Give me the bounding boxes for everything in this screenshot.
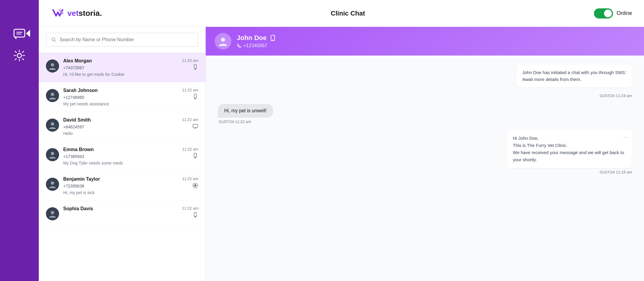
- avatar: [46, 119, 59, 132]
- system-message-timestamp: 01/07/24 11:19 am: [218, 93, 632, 98]
- svg-point-12: [195, 97, 196, 98]
- chat-info: Emma Brown 11:22 am +17385943 My Dog Tyl…: [63, 147, 198, 165]
- chat-name: Sophia Davis: [63, 206, 93, 211]
- outgoing-dots[interactable]: ···: [623, 134, 628, 140]
- online-toggle[interactable]: [594, 8, 613, 19]
- channel-icon: [192, 94, 198, 101]
- chat-header-avatar: [215, 33, 231, 50]
- logo-vet: vet: [67, 9, 79, 18]
- settings-nav-icon[interactable]: [13, 49, 26, 62]
- chat-header-phone: +12345667: [237, 43, 276, 48]
- svg-point-19: [51, 152, 54, 155]
- channel-icon: [192, 123, 198, 130]
- chat-time: 11:22 am: [182, 206, 198, 211]
- phone-number: +72395638: [63, 184, 84, 188]
- chat-info-top: David Smith 11:22 am: [63, 117, 198, 123]
- svg-point-3: [17, 53, 21, 58]
- chat-list-panel: Alex Morgan 11:22 am +74373567 Hi, I'd l…: [39, 27, 206, 281]
- chat-name: Emma Brown: [63, 147, 94, 152]
- header-title: Clinic Chat: [331, 10, 365, 17]
- chat-item-alex-morgan[interactable]: Alex Morgan 11:22 am +74373567 Hi, I'd l…: [39, 53, 205, 82]
- chat-info: Alex Morgan 11:22 am +74373567 Hi, I'd l…: [63, 58, 198, 77]
- svg-point-28: [195, 216, 196, 216]
- system-message-text: John Doe has initiated a chat with you t…: [522, 69, 626, 83]
- chat-phone: +17385943: [63, 153, 198, 160]
- toggle-slider[interactable]: [594, 8, 613, 19]
- chat-info-top: Sophia Davis 11:22 am: [63, 206, 198, 211]
- search-box: [46, 33, 198, 47]
- chat-item-david-smith[interactable]: David Smith 11:22 am +84624597 Hello: [39, 112, 205, 142]
- outgoing-message-text: Hi John Doe,This is The Furry Vet Clinic…: [513, 135, 626, 163]
- svg-point-10: [51, 93, 54, 96]
- svg-point-26: [51, 211, 54, 214]
- chat-header-info: John Doe +12345667: [237, 34, 276, 48]
- system-message: John Doe has initiated a chat with you t…: [516, 65, 632, 87]
- incoming-timestamp: 01/07/24 11:22 am: [218, 119, 251, 124]
- chat-item-sophia-davis[interactable]: Sophia Davis 11:22 am: [39, 201, 205, 226]
- chat-name: Alex Morgan: [63, 58, 92, 64]
- system-message-dots[interactable]: ···: [623, 69, 628, 75]
- logo: vetstoria.: [51, 7, 102, 19]
- chat-info-top: Alex Morgan 11:22 am: [63, 58, 198, 64]
- avatar: [46, 148, 59, 161]
- chat-phone: +84624597: [63, 123, 198, 130]
- logo-icon: [51, 7, 65, 19]
- incoming-message-block: Hi, my pet is unwell! 01/07/24 11:22 am: [218, 104, 632, 124]
- incoming-bubble-text: Hi, my pet is unwell!: [224, 108, 267, 113]
- chat-info: David Smith 11:22 am +84624597 Hello: [63, 117, 198, 136]
- chat-info-top: Benjamin Taylor 11:22 am: [63, 176, 198, 182]
- chat-phone: +12748965: [63, 94, 198, 101]
- messages-area: John Doe has initiated a chat with you t…: [206, 56, 644, 281]
- svg-point-15: [51, 122, 54, 126]
- phone-icon: [270, 35, 276, 41]
- sidebar-nav: [0, 0, 39, 281]
- avatar: [46, 178, 59, 191]
- incoming-bubble: Hi, my pet is unwell!: [218, 104, 273, 118]
- chat-time: 11:22 am: [182, 58, 198, 63]
- chat-preview: Hi, I'd like to get meds for Cookie: [63, 72, 198, 77]
- active-chat-phone: +12345667: [243, 43, 267, 48]
- svg-point-7: [195, 68, 196, 68]
- chat-preview: Hi, my pet is sick: [63, 190, 198, 195]
- chat-name: Benjamin Taylor: [63, 176, 100, 182]
- svg-point-21: [195, 156, 196, 157]
- logo-text: vetstoria.: [67, 9, 102, 18]
- channel-icon: [192, 212, 198, 219]
- chat-item-sarah-johnson[interactable]: Sarah Johnson 11:22 am +12748965 My pet …: [39, 82, 205, 112]
- online-label: Online: [617, 10, 632, 16]
- channel-icon: [192, 64, 198, 71]
- svg-point-24: [51, 182, 54, 185]
- outgoing-message-block: Hi John Doe,This is The Furry Vet Clinic…: [218, 130, 632, 174]
- svg-rect-0: [14, 29, 25, 37]
- chat-panel: John Doe +12345667: [206, 27, 644, 281]
- avatar: [46, 89, 59, 102]
- chat-preview: My pet needs assistance: [63, 102, 198, 106]
- chat-list: Alex Morgan 11:22 am +74373567 Hi, I'd l…: [39, 53, 205, 281]
- svg-point-5: [51, 63, 54, 67]
- chat-item-emma-brown[interactable]: Emma Brown 11:22 am +17385943 My Dog Tyl…: [39, 142, 205, 171]
- chat-time: 11:22 am: [182, 176, 198, 181]
- chat-phone: +72395638: [63, 182, 198, 190]
- channel-icon: [192, 153, 198, 160]
- chat-item-benjamin-taylor[interactable]: Benjamin Taylor 11:22 am +72395638 Hi, m…: [39, 171, 205, 201]
- content-area: Alex Morgan 11:22 am +74373567 Hi, I'd l…: [39, 27, 644, 281]
- chat-info: Benjamin Taylor 11:22 am +72395638 Hi, m…: [63, 176, 198, 195]
- channel-icon: [192, 182, 198, 190]
- chat-info-top: Emma Brown 11:22 am: [63, 147, 198, 152]
- chat-nav-icon[interactable]: [13, 27, 26, 40]
- chat-time: 11:22 am: [182, 147, 198, 151]
- svg-point-31: [221, 38, 225, 42]
- chat-phone: +74373567: [63, 64, 198, 71]
- search-icon: [51, 37, 57, 43]
- avatar: [46, 59, 59, 73]
- outgoing-timestamp: 01/07/24 11:19 am: [600, 170, 632, 174]
- chat-preview: Hello: [63, 131, 198, 136]
- avatar: [46, 207, 59, 220]
- search-input[interactable]: [60, 37, 193, 42]
- main-container: vetstoria. Clinic Chat Online: [39, 0, 644, 281]
- logo-storia: storia.: [79, 9, 102, 18]
- svg-rect-16: [193, 124, 198, 128]
- chat-info-top: Sarah Johnson 11:22 am: [63, 88, 198, 93]
- chat-info: Sophia Davis 11:22 am: [63, 206, 198, 220]
- chat-time: 11:22 am: [182, 88, 198, 92]
